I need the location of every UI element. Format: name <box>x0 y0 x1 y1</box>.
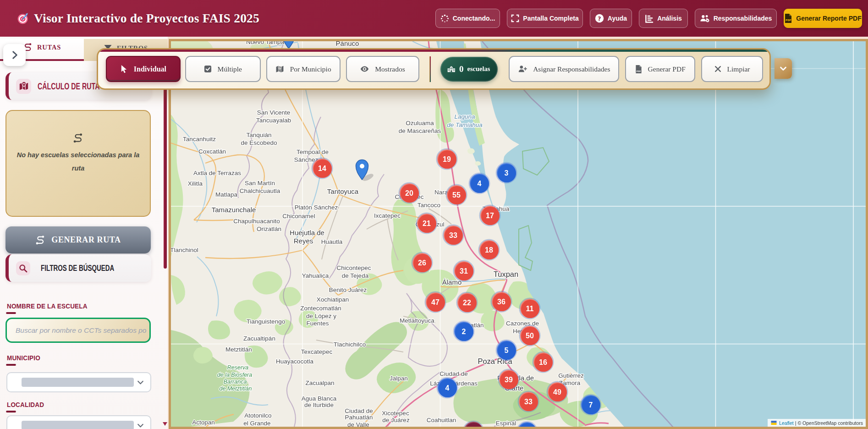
generate-report-pdf-button[interactable]: PDF Generar Reporte PDF <box>784 9 862 28</box>
cluster-marker[interactable]: 19 <box>436 148 458 170</box>
map-label: Pahuatlán <box>345 414 373 421</box>
cluster-marker[interactable]: 14 <box>312 158 333 179</box>
svg-text:7: 7 <box>589 401 593 409</box>
sidebar-expand-button[interactable] <box>3 44 26 66</box>
mode-por-municipio-button[interactable]: Por Municipio <box>266 56 341 82</box>
analysis-label: Análisis <box>657 15 682 22</box>
generate-route-button[interactable]: GENERAR RUTA <box>5 226 151 253</box>
sidebar-scrollbar-thumb[interactable] <box>164 81 167 269</box>
map-label: Platón Sánchez <box>295 204 338 211</box>
clear-button[interactable]: Limpiar <box>701 56 763 82</box>
map-label: Tanquián <box>247 132 272 138</box>
cluster-marker[interactable]: 26 <box>412 252 433 274</box>
page-title: Visor Interactivo de Proyectos FAIS 2025 <box>34 11 259 26</box>
svg-text:PDF: PDF <box>636 70 641 72</box>
osm-attribution: © OpenStreetMap contributors <box>797 420 863 426</box>
assign-responsibilities-button[interactable]: Asignar Responsabilidades <box>509 56 619 82</box>
mode-mostrados-button[interactable]: Mostrados <box>346 56 420 82</box>
file-pdf-small-icon: PDF <box>635 65 642 73</box>
generate-route-label: GENERAR RUTA <box>51 235 121 245</box>
map-label: de Valle <box>347 421 369 427</box>
map-label: Tlanchinol <box>171 247 198 253</box>
svg-text:39: 39 <box>505 376 513 384</box>
cluster-marker[interactable]: 18 <box>478 239 500 261</box>
school-name-input[interactable] <box>5 318 151 343</box>
responsibilities-button[interactable]: Responsabilidades <box>695 9 777 28</box>
cluster-marker[interactable]: 2 <box>453 321 475 342</box>
cluster-marker[interactable]: 20 <box>399 182 420 204</box>
user-plus-icon <box>518 65 527 73</box>
mode-individual-button[interactable]: Individual <box>106 56 181 82</box>
cluster-marker[interactable]: 33 <box>443 225 464 246</box>
map-label: Huayacocotla <box>276 358 313 365</box>
search-icon <box>19 264 27 273</box>
cluster-marker[interactable]: 39 <box>498 369 520 390</box>
cluster-marker[interactable]: 11 <box>519 298 541 319</box>
generate-pdf-button[interactable]: PDF Generar PDF <box>625 56 695 82</box>
map-label: Metlaltoyuca <box>400 317 434 324</box>
svg-text:PDF: PDF <box>786 19 791 22</box>
chevron-down-icon <box>137 422 144 429</box>
header-actions: Conectando... Pantalla Completa ? Ayuda <box>435 9 862 28</box>
mode-multiple-button[interactable]: Múltiple <box>185 56 261 82</box>
question-circle-icon: ? <box>595 14 604 23</box>
map-label: Axtla de Terrazas <box>193 170 241 176</box>
chevron-right-icon <box>10 50 20 60</box>
cluster-marker[interactable]: 33 <box>518 391 539 412</box>
municipio-select[interactable] <box>6 372 151 392</box>
route-calc-title: CÁLCULO DE RUTA <box>38 81 99 92</box>
assign-responsibilities-label: Asignar Responsabilidades <box>533 65 610 73</box>
fullscreen-button[interactable]: Pantalla Completa <box>507 9 583 28</box>
cluster-marker[interactable]: 17 <box>479 205 501 226</box>
bar-chart-icon <box>645 14 654 23</box>
map-label: Matlapa <box>215 191 238 198</box>
chevron-down-icon <box>137 379 144 386</box>
map-label: de Iturbide <box>304 402 334 408</box>
map-container[interactable]: Nuevo TampaónPánucoSan VicenteTancuayala… <box>169 39 868 429</box>
svg-text:36: 36 <box>497 298 505 306</box>
sidebar-scrollbar-down-arrow[interactable] <box>163 422 167 426</box>
cluster-marker[interactable]: 31 <box>453 260 475 282</box>
svg-text:4: 4 <box>445 384 450 392</box>
generate-pdf-label: Generar PDF <box>648 65 686 73</box>
checkbox-icon <box>204 65 212 73</box>
attribution-separator: | <box>795 420 797 426</box>
cluster-marker[interactable]: 16 <box>533 352 554 373</box>
cluster-marker[interactable]: 4 <box>469 173 490 194</box>
connecting-button[interactable]: Conectando... <box>435 9 500 28</box>
cluster-marker[interactable]: 5 <box>496 340 517 361</box>
cluster-marker[interactable]: 4 <box>437 377 458 399</box>
cluster-marker[interactable]: 36 <box>491 291 512 313</box>
map-label: Fuentes <box>307 320 329 327</box>
leaflet-link[interactable]: Leaflet <box>779 420 794 426</box>
localidad-select[interactable] <box>6 415 151 429</box>
map-label: Chicontepec <box>336 264 371 271</box>
cluster-marker[interactable]: 49 <box>547 381 568 403</box>
cluster-marker[interactable]: 50 <box>519 325 541 346</box>
cluster-marker[interactable]: 7 <box>580 394 602 416</box>
map-label: de Metztitlán <box>220 385 252 392</box>
help-button[interactable]: ? Ayuda <box>590 9 632 28</box>
map-label: Xicotepec <box>382 410 409 417</box>
cluster-marker[interactable]: 21 <box>416 213 438 234</box>
cluster-marker[interactable]: 3 <box>496 162 517 184</box>
map-label: Espinal <box>496 420 516 427</box>
svg-text:5: 5 <box>505 346 509 354</box>
cluster-marker[interactable]: 47 <box>425 292 446 313</box>
mode-individual-label: Individual <box>134 65 166 73</box>
map-label: Ciudad de <box>345 407 373 414</box>
route-empty-box: No hay escuelas seleccionadas para la ru… <box>5 110 151 217</box>
cluster-marker[interactable]: 22 <box>456 292 478 314</box>
map-label: Huejutla de <box>290 229 324 236</box>
cluster-marker[interactable]: 55 <box>446 184 467 206</box>
map-label: Tancanhuitz <box>183 136 216 143</box>
municipio-label: MUNICIPIO <box>7 354 40 362</box>
route-white-icon <box>35 235 45 245</box>
analysis-button[interactable]: Análisis <box>639 9 688 28</box>
school-icon <box>447 64 456 74</box>
toolbar-collapse-button[interactable] <box>775 58 792 79</box>
x-icon <box>714 66 721 72</box>
map-label: Zontecomatlán <box>300 305 341 312</box>
map-pin-iconbox <box>16 79 31 94</box>
map-label: Benito Juárez <box>329 286 367 293</box>
